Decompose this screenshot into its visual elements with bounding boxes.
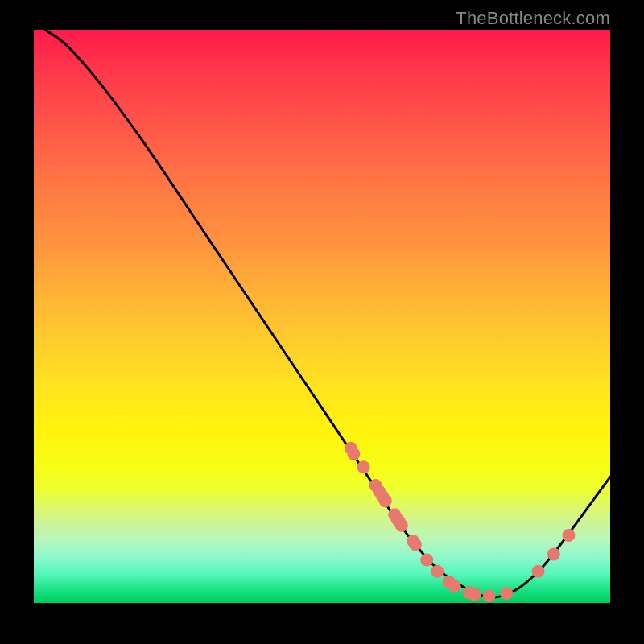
- chart-frame: TheBottleneck.com: [0, 0, 644, 644]
- scatter-dot: [409, 538, 422, 551]
- attribution-text: TheBottleneck.com: [456, 8, 610, 29]
- chart-svg: [34, 30, 610, 603]
- bottleneck-curve: [45, 30, 610, 597]
- scatter-dot: [395, 519, 408, 532]
- scatter-dot: [347, 448, 360, 460]
- plot-area: [34, 30, 610, 603]
- scatter-dot: [379, 494, 392, 507]
- scatter-dot: [500, 587, 513, 600]
- scatter-dot: [547, 547, 560, 560]
- scatter-dot: [448, 580, 461, 592]
- scatter-dot: [431, 565, 444, 578]
- scatter-dot: [469, 588, 481, 601]
- scatter-dot: [483, 589, 496, 602]
- scatter-points: [345, 442, 576, 603]
- scatter-dot: [357, 460, 370, 473]
- scatter-dot: [562, 529, 575, 542]
- scatter-dot: [420, 554, 433, 567]
- scatter-dot: [532, 565, 545, 578]
